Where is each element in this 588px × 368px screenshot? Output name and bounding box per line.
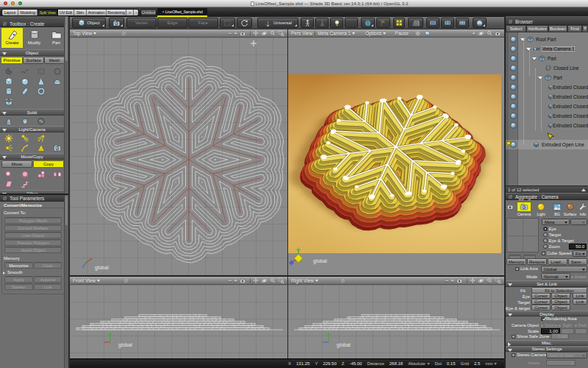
visibility-sphere-toggle[interactable] (510, 141, 517, 148)
section-stereo[interactable]: Stereo Settings (506, 346, 588, 352)
top-view-canvas[interactable]: global (70, 38, 287, 275)
copy-button[interactable]: Copy (33, 160, 64, 168)
front-view-canvas[interactable]: global (70, 285, 287, 358)
marquee-select-button[interactable] (220, 18, 235, 28)
volume-checkbox[interactable] (540, 324, 544, 328)
meta-dropdown[interactable]: Meta (542, 219, 570, 225)
pose-figure-button[interactable] (301, 18, 314, 28)
edge-mode-button[interactable]: Edge (157, 18, 187, 28)
visibility-sphere-toggle[interactable] (510, 55, 517, 62)
light-directional-light-button[interactable] (35, 133, 48, 143)
visibility-sphere-toggle[interactable] (510, 65, 517, 71)
convert-button-3[interactable]: Pseudo Polygon (4, 239, 62, 246)
safe-zone-field[interactable]: 0.90 (551, 333, 569, 339)
document-tab-untitled[interactable]: Untitled (140, 9, 157, 16)
workspace-tab-2[interactable]: Split View (37, 10, 58, 15)
link-axis-dropdown[interactable]: Global (541, 266, 587, 272)
object-tab-2[interactable]: Mesh (44, 57, 65, 64)
radio-zoom[interactable]: Zoom (543, 244, 560, 249)
sight-checkbox[interactable] (558, 324, 562, 328)
rotate-tool-button[interactable] (237, 18, 252, 28)
smooth-append-button[interactable]: Append (34, 276, 62, 283)
eye-cursor-button[interactable]: Cursor (531, 293, 551, 299)
radio-eye[interactable]: Eye (543, 227, 556, 231)
meta-sub-dropdown[interactable] (570, 219, 587, 225)
toolbox-mode-modify[interactable]: Modify (24, 28, 45, 48)
tree-expander-icon[interactable] (520, 38, 525, 41)
blank-tool-button[interactable] (345, 18, 358, 28)
memory-button[interactable]: Memory (506, 258, 526, 265)
visibility-sphere-toggle[interactable] (510, 113, 517, 119)
coordinate-mode-dropdown[interactable]: Absolute (408, 361, 429, 366)
browser-header[interactable]: Browser (506, 18, 588, 25)
movecopy-scale-tool-button[interactable] (2, 169, 15, 179)
light2-flash-light-button[interactable] (2, 143, 15, 152)
primitive-sphere-button[interactable] (18, 77, 32, 86)
zoom-value-field[interactable]: 50.0 (569, 244, 587, 250)
zoom-out-icon[interactable]: − (229, 31, 232, 36)
primitive-cube-button[interactable] (2, 77, 15, 86)
primitive-capsule-button[interactable] (18, 86, 32, 96)
convert-button-2[interactable]: Line Object (4, 232, 62, 238)
tree-row[interactable]: Extruded Closed (506, 102, 588, 111)
primitive-cylinder-button[interactable] (2, 86, 15, 96)
radio-target[interactable]: Target (543, 233, 561, 237)
light2-area-light-button[interactable] (35, 143, 48, 152)
primitive-cone-button[interactable] (35, 77, 48, 86)
toolbox-mode-create[interactable]: Create (1, 28, 23, 48)
create-circle-button[interactable] (51, 66, 64, 76)
visibility-sphere-toggle[interactable] (510, 93, 517, 100)
light2-path-light-button[interactable] (18, 143, 32, 152)
eye-target-cursor-button[interactable]: Cursor (531, 305, 551, 311)
browser-tab-2[interactable]: Boolean (548, 25, 567, 32)
aggregate-tab-surface[interactable]: Surface (562, 202, 578, 216)
world-globe-button[interactable] (361, 18, 375, 28)
target-link-button[interactable]: Link (573, 299, 587, 305)
memorize-button[interactable]: Memorize (4, 262, 33, 269)
aggregate-tab-info[interactable]: Info (578, 202, 588, 216)
grid-table-button[interactable] (408, 18, 423, 28)
create-disc-button[interactable] (2, 66, 15, 76)
visibility-sphere-toggle[interactable] (510, 36, 517, 43)
visibility-sphere-toggle[interactable] (510, 74, 517, 81)
eye-link-button[interactable]: Link (573, 293, 587, 299)
visibility-sphere-toggle[interactable] (510, 84, 517, 91)
quad-view-button[interactable] (393, 18, 405, 28)
object-tab-0[interactable]: Primitive (1, 57, 23, 64)
monitor-grid-button[interactable] (456, 18, 469, 28)
primitive-torus-button[interactable] (35, 86, 48, 96)
section-set-link[interactable]: Set & Link (506, 280, 588, 287)
cube-speed-dropdown[interactable]: Fix (573, 250, 587, 257)
remove-workspace-button[interactable]: − (134, 10, 139, 15)
light2-camera-button[interactable] (51, 143, 64, 152)
load-button[interactable]: Load... (548, 258, 567, 265)
workspace-tab-5[interactable]: Animation (87, 10, 107, 15)
solid-union-button[interactable] (2, 116, 15, 126)
view-menu-arrow-icon[interactable] (315, 280, 318, 282)
light-bulb-button[interactable] (330, 18, 343, 28)
browser-tab-1[interactable]: Attributes (526, 25, 548, 32)
movecopy-rotate-ball-button[interactable] (18, 169, 32, 179)
target-cursor-button[interactable]: Cursor (531, 299, 551, 305)
pers-pause-button[interactable]: Pause (395, 31, 408, 36)
face-mode-button[interactable]: Face (188, 18, 218, 28)
views-field[interactable]: 2 (546, 360, 576, 366)
section-display[interactable]: Display (506, 311, 588, 316)
unit-dropdown[interactable]: mm (485, 361, 497, 366)
visibility-sphere-toggle[interactable] (510, 103, 517, 110)
visibility-sphere-toggle[interactable] (510, 46, 517, 52)
pers-options-menu[interactable]: Options (365, 31, 381, 36)
safe-zone-checkbox[interactable] (512, 335, 515, 339)
stereo-camera-checkbox[interactable] (512, 353, 515, 357)
scale-field-3[interactable] (575, 328, 587, 334)
solid-subtraction-button[interactable] (35, 116, 48, 126)
zoom-in-icon[interactable]: + (234, 31, 237, 36)
rendering-area-checkbox[interactable] (541, 317, 545, 321)
monitor-dual-button[interactable] (441, 18, 454, 28)
collapse-panel-icon[interactable] (581, 188, 586, 191)
tree-row[interactable]: Extruded Closed (506, 111, 588, 121)
sphere-view-button[interactable] (473, 18, 487, 28)
solid-intersection-button[interactable] (18, 116, 32, 126)
browser-filter-button[interactable] (582, 25, 588, 32)
tool-parameters-scrollbar[interactable] (64, 195, 68, 368)
